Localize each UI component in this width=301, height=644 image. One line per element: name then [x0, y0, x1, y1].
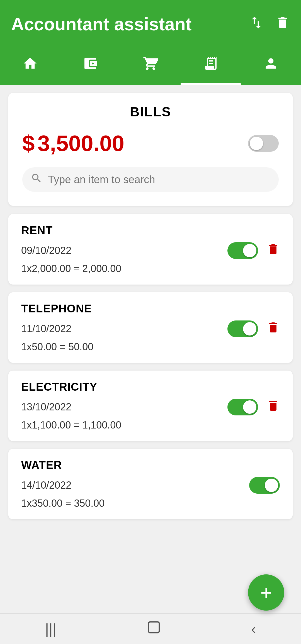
bills-total-amount: 3,500.00: [38, 131, 124, 156]
nav-item-cart[interactable]: [120, 48, 181, 85]
rent-toggle-thumb: [243, 244, 256, 257]
bill-controls-water: [249, 477, 280, 494]
search-input[interactable]: [48, 174, 270, 186]
telephone-delete-button[interactable]: [266, 321, 280, 337]
bottom-nav-home[interactable]: [147, 620, 161, 638]
search-icon: [31, 172, 42, 187]
wallet-icon: [82, 56, 98, 75]
cart-icon: [143, 56, 158, 75]
sort-icon[interactable]: [249, 15, 264, 34]
rent-delete-button[interactable]: [266, 243, 280, 259]
bill-date-rent: 09/10/2022: [21, 245, 71, 256]
bill-date-water: 14/10/2022: [21, 479, 71, 491]
main-content: BILLS $ 3,500.00 RENT 09/10/2022: [0, 85, 301, 535]
bill-row-electricity: 13/10/2022: [21, 399, 280, 415]
toggle-thumb: [250, 137, 263, 150]
bills-title: BILLS: [22, 104, 279, 119]
app-title: Accountant assistant: [11, 14, 191, 35]
bill-item-telephone: TELEPHONE 11/10/2022 1x50.00 = 50.00: [8, 292, 293, 363]
bill-name-telephone: TELEPHONE: [21, 302, 280, 315]
rent-toggle[interactable]: [227, 242, 258, 259]
bill-name-rent: RENT: [21, 224, 280, 237]
bill-name-electricity: ELECTRICITY: [21, 381, 280, 393]
bills-total-toggle[interactable]: [248, 135, 279, 152]
bill-amount-water: 1x350.00 = 350.00: [21, 498, 280, 509]
bill-name-water: WATER: [21, 459, 280, 471]
bill-date-electricity: 13/10/2022: [21, 401, 71, 413]
bill-date-telephone: 11/10/2022: [21, 323, 71, 335]
fab-plus-icon: +: [260, 582, 272, 603]
home-icon: [22, 56, 38, 75]
nav-item-person[interactable]: [241, 48, 301, 85]
bill-item-rent: RENT 09/10/2022 1x2,000.00 = 2,000.00: [8, 214, 293, 285]
bill-controls-electricity: [227, 399, 280, 415]
telephone-toggle-track: [227, 320, 258, 337]
bills-amount-row: $ 3,500.00: [22, 131, 279, 156]
nav-item-home[interactable]: [0, 48, 60, 85]
nav-bar: [0, 48, 301, 85]
electricity-toggle-thumb: [243, 400, 256, 414]
toggle-track: [248, 135, 279, 152]
water-toggle[interactable]: [249, 477, 280, 494]
bill-row-telephone: 11/10/2022: [21, 320, 280, 337]
add-bill-fab[interactable]: +: [248, 574, 284, 611]
bill-item-electricity: ELECTRICITY 13/10/2022 1x1,100.00 = 1,10…: [8, 371, 293, 441]
water-toggle-thumb: [265, 479, 278, 492]
electricity-toggle-track: [227, 399, 258, 415]
bill-amount-telephone: 1x50.00 = 50.00: [21, 341, 280, 353]
currency-symbol: $: [22, 132, 35, 155]
bottom-nav-recent-apps[interactable]: |||: [45, 621, 57, 637]
telephone-toggle-thumb: [243, 322, 256, 336]
rent-toggle-track: [227, 242, 258, 259]
bill-amount-rent: 1x2,000.00 = 2,000.00: [21, 263, 280, 275]
bill-amount-electricity: 1x1,100.00 = 1,100.00: [21, 419, 280, 431]
app-header: Accountant assistant: [0, 0, 301, 48]
svg-rect-0: [148, 622, 159, 633]
delete-icon[interactable]: [275, 15, 290, 33]
bottom-nav-bar: ||| ‹: [0, 613, 301, 644]
bill-item-water: WATER 14/10/2022 1x350.00 = 350.00: [8, 449, 293, 519]
bill-controls-rent: [227, 242, 280, 259]
header-actions: [249, 15, 290, 34]
bills-card: BILLS $ 3,500.00: [8, 93, 293, 206]
bill-row-rent: 09/10/2022: [21, 242, 280, 259]
nav-item-wallet[interactable]: [60, 48, 120, 85]
bill-row-water: 14/10/2022: [21, 477, 280, 494]
bottom-nav-back[interactable]: ‹: [251, 621, 256, 637]
electricity-delete-button[interactable]: [266, 399, 280, 415]
bill-controls-telephone: [227, 320, 280, 337]
person-icon: [263, 56, 279, 75]
search-bar: [22, 167, 279, 192]
receipt-icon: [203, 56, 219, 75]
bills-amount-left: $ 3,500.00: [22, 131, 124, 156]
nav-item-bills[interactable]: [181, 48, 241, 85]
electricity-toggle[interactable]: [227, 399, 258, 415]
water-toggle-track: [249, 477, 280, 494]
telephone-toggle[interactable]: [227, 320, 258, 337]
